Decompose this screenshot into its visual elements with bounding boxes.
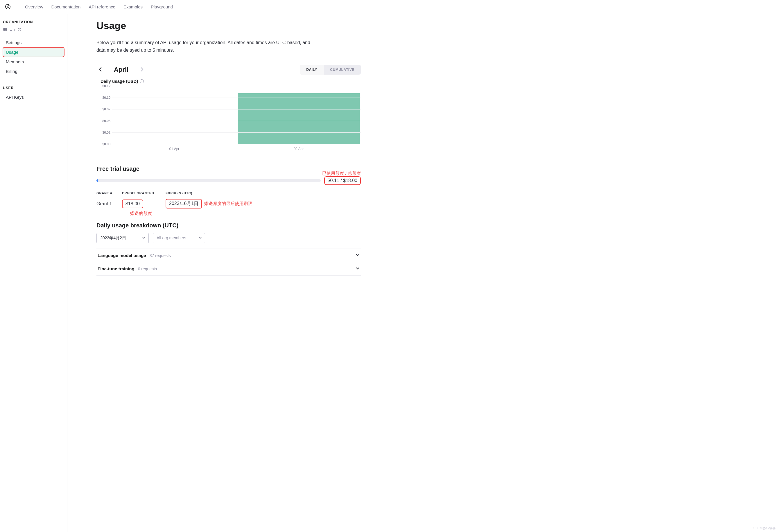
accordion-language-model-usage[interactable]: Language model usage 37 requests bbox=[96, 249, 361, 262]
annotation-expires: 赠送额度的最后使用期限 bbox=[204, 201, 252, 206]
chart-title: Daily usage (USD) bbox=[100, 79, 138, 84]
view-toggle[interactable]: DAILY CUMULATIVE bbox=[300, 65, 361, 75]
free-trial-ratio: $0.11 / $18.00 bbox=[324, 176, 361, 185]
annotation-ratio: 已使用额度 / 总额度 bbox=[322, 171, 361, 176]
grants-header-grant: GRANT # bbox=[96, 191, 116, 195]
nav-documentation[interactable]: Documentation bbox=[52, 4, 81, 9]
prev-month-button[interactable] bbox=[96, 66, 104, 74]
sidebar-item-members[interactable]: Members bbox=[3, 57, 64, 67]
chevron-down-icon bbox=[199, 236, 202, 241]
current-month-label: April bbox=[114, 66, 129, 74]
chart-y-tick: $0.00 bbox=[100, 142, 110, 146]
free-trial-heading: Free trial usage bbox=[96, 166, 140, 172]
org-building-icon[interactable] bbox=[3, 27, 7, 32]
openai-logo-icon bbox=[5, 3, 11, 10]
svg-point-3 bbox=[18, 28, 21, 31]
sidebar-item-api-keys[interactable]: API Keys bbox=[3, 92, 64, 102]
toggle-daily[interactable]: DAILY bbox=[300, 65, 324, 75]
sidebar-heading-user: USER bbox=[3, 85, 67, 92]
grants-header-expires: EXPIRES (UTC) bbox=[166, 191, 192, 195]
accordion-subtitle: 0 requests bbox=[138, 267, 157, 271]
usage-chart: $0.12$0.10$0.07$0.05$0.02$0.00 01 Apr02 … bbox=[100, 86, 361, 151]
breakdown-member-select[interactable]: All org members bbox=[153, 233, 205, 243]
sidebar-item-usage[interactable]: Usage bbox=[3, 47, 64, 57]
nav-playground[interactable]: Playground bbox=[151, 4, 173, 9]
chart-y-tick: $0.02 bbox=[100, 131, 110, 134]
sidebar-item-billing[interactable]: Billing bbox=[3, 67, 64, 76]
chart-bar[interactable] bbox=[238, 93, 359, 144]
grant-expires-value: 2023年6月1日 bbox=[166, 199, 202, 208]
nav-overview[interactable]: Overview bbox=[25, 4, 43, 9]
accordion-title: Language model usage bbox=[98, 253, 146, 258]
chart-x-label: 02 Apr bbox=[236, 144, 361, 151]
org-help-icon[interactable] bbox=[17, 27, 21, 32]
accordion-fine-tune-training[interactable]: Fine-tune training 0 requests bbox=[96, 262, 361, 276]
sidebar-heading-organization: ORGANIZATION bbox=[3, 19, 67, 26]
chevron-down-icon bbox=[142, 236, 146, 241]
chart-x-label: 01 Apr bbox=[112, 144, 236, 151]
page-subtitle: Below you'll find a summary of API usage… bbox=[96, 39, 317, 54]
chart-y-tick: $0.05 bbox=[100, 119, 110, 122]
accordion-subtitle: 37 requests bbox=[150, 253, 171, 258]
chart-y-tick: $0.12 bbox=[100, 84, 110, 88]
grants-header-credit: CREDIT GRANTED bbox=[122, 191, 160, 195]
grant-number: Grant 1 bbox=[96, 201, 116, 206]
chart-y-tick: $0.07 bbox=[100, 107, 110, 111]
grant-credit-value: $18.00 bbox=[122, 199, 143, 208]
chart-info-icon[interactable]: i bbox=[140, 79, 144, 83]
chart-y-tick: $0.10 bbox=[100, 96, 110, 99]
accordion-title: Fine-tune training bbox=[98, 266, 135, 271]
nav-examples[interactable]: Examples bbox=[124, 4, 143, 9]
next-month-button[interactable] bbox=[138, 66, 146, 74]
chevron-down-icon bbox=[356, 266, 360, 271]
page-title: Usage bbox=[96, 20, 361, 31]
breakdown-date-select[interactable]: 2023年4月2日 bbox=[96, 233, 149, 243]
org-personal-icon[interactable]: 1 bbox=[9, 28, 15, 32]
breakdown-heading: Daily usage breakdown (UTC) bbox=[96, 222, 361, 229]
sidebar-item-settings[interactable]: Settings bbox=[3, 38, 64, 47]
watermark: CSDN @cuc淼淼 bbox=[753, 526, 776, 530]
svg-rect-2 bbox=[10, 30, 12, 31]
annotation-credit: 赠送的额度 bbox=[122, 211, 160, 216]
chevron-down-icon bbox=[356, 253, 360, 258]
free-trial-progress-bar bbox=[96, 179, 321, 182]
toggle-cumulative[interactable]: CUMULATIVE bbox=[324, 65, 361, 75]
nav-api-reference[interactable]: API reference bbox=[89, 4, 115, 9]
